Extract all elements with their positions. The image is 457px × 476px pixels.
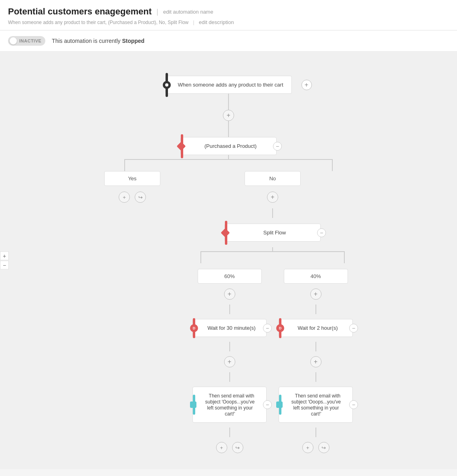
split-icon xyxy=(221,228,230,237)
email-left-icon xyxy=(190,401,196,408)
toggle-label: INACTIVE xyxy=(19,38,41,43)
trigger-label: When someone adds any product to their c… xyxy=(174,82,283,88)
email-right-icon xyxy=(276,401,283,408)
wait-30-icon: D xyxy=(190,324,198,332)
branch-lines-condition xyxy=(104,155,353,171)
conn-wait-30-email xyxy=(229,342,230,351)
add-btn-after-2h[interactable]: + xyxy=(310,356,322,367)
wait-30-node[interactable]: D Wait for 30 minute(s) − xyxy=(192,319,267,337)
col-40: 40% + D Wait for 2 hour(s) − xyxy=(279,269,353,453)
email-right-actions: + ↪ xyxy=(302,442,330,453)
conn-after-2h xyxy=(315,372,316,382)
page-title: Potential customers enagegement xyxy=(8,6,152,17)
connector-1 xyxy=(228,94,229,110)
status-bar: INACTIVE This automation is currently St… xyxy=(0,30,457,52)
email-left-node[interactable]: Then send email with subject 'Ooops...yo… xyxy=(192,387,267,423)
trigger-icon xyxy=(163,81,171,89)
wait-2h-wrapper: D Wait for 2 hour(s) − xyxy=(279,319,353,337)
yes-branch: Yes + ↪ xyxy=(104,171,160,453)
conn-after-30 xyxy=(229,372,230,382)
wait-2h-remove[interactable]: − xyxy=(349,324,358,333)
branch-labels-row: Yes + ↪ No + Split Flow − xyxy=(104,171,353,453)
email-left-redirect-btn[interactable]: ↪ xyxy=(232,442,243,453)
condition-remove-btn[interactable]: − xyxy=(273,142,282,151)
conn-wait-2h-email xyxy=(315,342,316,351)
edit-name-link[interactable]: edit automation name xyxy=(163,9,213,15)
yes-redirect-btn[interactable]: ↪ xyxy=(135,192,146,203)
col-60: 60% + D Wait for 30 minute(s) − xyxy=(192,269,267,453)
email-left-remove[interactable]: − xyxy=(263,400,272,409)
add-btn-60[interactable]: + xyxy=(224,288,235,300)
wait-30-label: Wait for 30 minute(s) xyxy=(204,325,255,331)
add-btn-1[interactable]: + xyxy=(223,110,234,121)
condition-label: (Purchased a Product) xyxy=(201,143,257,149)
split-pct-row: 60% + D Wait for 30 minute(s) − xyxy=(192,269,353,453)
email-left-add-btn[interactable]: + xyxy=(216,442,227,453)
email-right-add-btn[interactable]: + xyxy=(302,442,313,453)
email-right-wrapper: Then send email with subject 'Ooops...yo… xyxy=(279,387,353,423)
conn-40 xyxy=(315,305,316,314)
split-flow-node[interactable]: Split Flow − xyxy=(224,224,321,242)
trigger-node-wrapper: When someone adds any product to their c… xyxy=(165,76,291,94)
condition-icon xyxy=(177,141,186,151)
pct-60-box[interactable]: 60% xyxy=(198,269,262,284)
page-subtitle: When someone adds any product to their c… xyxy=(8,19,449,25)
no-add-btn[interactable]: + xyxy=(267,192,278,203)
connector-2 xyxy=(228,121,229,137)
condition-node[interactable]: (Purchased a Product) − xyxy=(180,137,277,155)
wait-2h-node[interactable]: D Wait for 2 hour(s) − xyxy=(279,319,353,337)
add-btn-40[interactable]: + xyxy=(310,288,322,300)
split-remove-btn[interactable]: − xyxy=(317,228,326,237)
yes-actions: + ↪ xyxy=(119,192,146,203)
zoom-in-button[interactable]: + xyxy=(0,252,9,260)
wait-30-wrapper: D Wait for 30 minute(s) − xyxy=(192,319,267,337)
email-left-label: Then send email with subject 'Ooops...yo… xyxy=(205,393,255,417)
trigger-add-right[interactable]: + xyxy=(301,80,312,90)
email-right-label: Then send email with subject 'Ooops...yo… xyxy=(291,393,341,417)
automation-canvas: + − When someone adds any product to the… xyxy=(0,52,457,469)
condition-node-wrapper: (Purchased a Product) − xyxy=(180,137,277,155)
pct-40-box[interactable]: 40% xyxy=(284,269,348,284)
conn-60 xyxy=(229,305,230,314)
add-btn-after-30[interactable]: + xyxy=(224,356,235,367)
no-label[interactable]: No xyxy=(245,171,301,186)
split-flow-label: Split Flow xyxy=(260,230,286,236)
email-left-actions: + ↪ xyxy=(216,442,243,453)
split-branch-lines xyxy=(192,247,353,263)
email-left-wrapper: Then send email with subject 'Ooops...yo… xyxy=(192,387,267,423)
status-text: This automation is currently Stopped xyxy=(52,38,144,44)
trigger-node[interactable]: When someone adds any product to their c… xyxy=(165,76,291,94)
wait-2h-label: Wait for 2 hour(s) xyxy=(295,325,338,331)
split-flow-wrapper: Split Flow − xyxy=(224,224,321,242)
yes-add-btn[interactable]: + xyxy=(119,192,130,203)
inactive-toggle[interactable]: INACTIVE xyxy=(8,36,45,46)
yes-label[interactable]: Yes xyxy=(104,171,160,186)
edit-description-link[interactable]: edit description xyxy=(199,19,234,25)
main-flow: When someone adds any product to their c… xyxy=(104,68,353,453)
email-right-remove[interactable]: − xyxy=(349,400,358,409)
conn-email-left-actions xyxy=(229,428,230,437)
zoom-controls: + − xyxy=(0,252,9,270)
connector-no-split xyxy=(272,208,273,218)
email-right-redirect-btn[interactable]: ↪ xyxy=(318,442,330,453)
wait-30-remove[interactable]: − xyxy=(263,324,272,333)
page-header: Potential customers enagegement | edit a… xyxy=(0,0,457,30)
toggle-knob xyxy=(10,37,17,44)
wait-2h-icon: D xyxy=(276,324,284,332)
zoom-out-button[interactable]: − xyxy=(0,261,9,270)
no-branch: No + Split Flow − xyxy=(192,171,353,453)
email-right-node[interactable]: Then send email with subject 'Ooops...yo… xyxy=(279,387,353,423)
conn-email-right-actions xyxy=(315,428,316,437)
